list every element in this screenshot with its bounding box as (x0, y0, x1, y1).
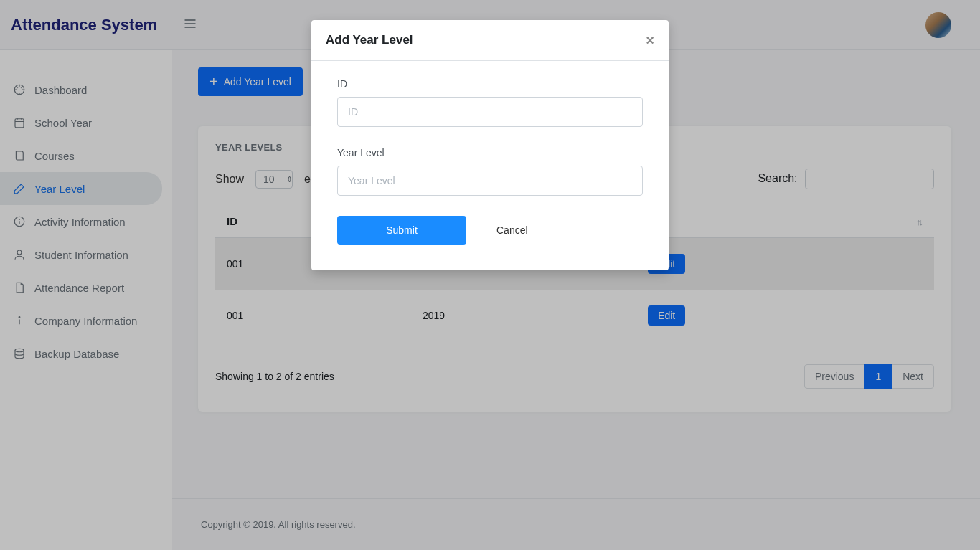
add-year-level-modal: Add Year Level × ID Year Level Submit Ca… (311, 20, 669, 270)
year-level-label: Year Level (337, 147, 643, 158)
id-input[interactable] (337, 97, 643, 127)
year-level-input[interactable] (337, 166, 643, 196)
cancel-button[interactable]: Cancel (479, 216, 545, 245)
modal-title: Add Year Level (326, 33, 413, 47)
id-label: ID (337, 78, 643, 90)
modal-overlay[interactable]: Add Year Level × ID Year Level Submit Ca… (0, 0, 980, 550)
submit-button[interactable]: Submit (337, 216, 466, 245)
close-icon[interactable]: × (646, 33, 654, 47)
